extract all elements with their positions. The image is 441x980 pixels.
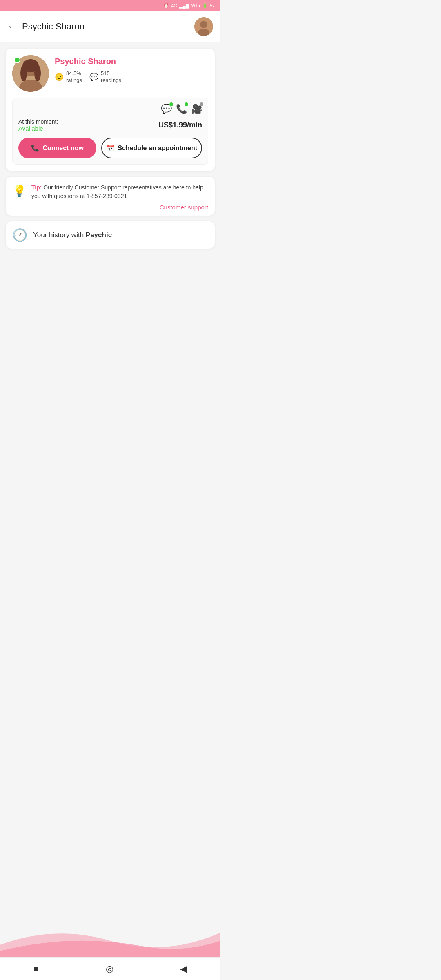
phone-connect-icon: 📞 <box>31 144 39 152</box>
history-card: 🕐 Your history with Psychic <box>6 221 215 249</box>
tip-card: 💡 Tip: Our friendly Customer Support rep… <box>6 177 215 216</box>
tip-label: Tip: <box>31 184 42 191</box>
alarm-icon: ⏰ <box>163 3 169 9</box>
readings-stat: 💬 515readings <box>89 70 121 84</box>
profile-top: Psychic Sharon 🙂 84.5%ratings 💬 515readi… <box>12 55 208 92</box>
price: US$1.99/min <box>158 121 202 129</box>
status-icons: ⏰ 4G ▂▄▆ WiFi 🔋 87 <box>163 3 215 9</box>
readings-value: 515readings <box>101 70 121 84</box>
page-title: Psychic Sharon <box>22 21 194 32</box>
action-card: 💬 📞 🎥 At this moment: Available US$1.9 <box>12 98 208 165</box>
wifi-icon: WiFi <box>191 3 200 8</box>
avatar-wrap <box>12 55 49 92</box>
video-offline-dot <box>200 102 203 106</box>
availability-status: Available <box>18 125 58 132</box>
profile-card: Psychic Sharon 🙂 84.5%ratings 💬 515readi… <box>6 49 215 171</box>
psychic-name: Psychic Sharon <box>55 57 208 66</box>
history-text: Your history with Psychic <box>33 231 112 239</box>
back-button[interactable]: ← <box>7 21 16 32</box>
tip-text: Tip: Our friendly Customer Support repre… <box>31 183 208 200</box>
online-status-dot <box>14 57 20 63</box>
history-bold: Psychic <box>86 231 112 239</box>
rating-value: 84.5%ratings <box>66 70 82 84</box>
network-type: 4G <box>171 3 177 8</box>
chat-option[interactable]: 💬 <box>161 104 172 114</box>
smiley-icon: 🙂 <box>55 73 64 82</box>
svg-point-1 <box>200 21 207 28</box>
rating-stat: 🙂 84.5%ratings <box>55 70 82 84</box>
battery-icon: 🔋 <box>202 3 208 9</box>
tip-row: 💡 Tip: Our friendly Customer Support rep… <box>12 183 208 200</box>
chat-icon: 💬 <box>89 73 98 82</box>
call-option[interactable]: 📞 <box>176 104 187 114</box>
communication-icons: 💬 📞 🎥 <box>18 104 202 114</box>
stats: 🙂 84.5%ratings 💬 515readings <box>55 70 208 84</box>
lightbulb-icon: 💡 <box>12 184 27 198</box>
video-option[interactable]: 🎥 <box>191 104 202 114</box>
header-avatar <box>194 17 213 36</box>
availability-info: At this moment: Available <box>18 118 58 132</box>
svg-point-8 <box>34 65 41 81</box>
battery-level: 87 <box>210 3 215 8</box>
schedule-button[interactable]: 📅 Schedule an appointment <box>101 138 202 158</box>
call-online-dot <box>185 102 188 106</box>
calendar-icon: 📅 <box>106 144 114 152</box>
connect-now-button[interactable]: 📞 Connect now <box>18 138 96 158</box>
history-icon: 🕐 <box>12 228 27 242</box>
main-content: Psychic Sharon 🙂 84.5%ratings 💬 515readi… <box>0 42 220 255</box>
status-bar: ⏰ 4G ▂▄▆ WiFi 🔋 87 <box>0 0 220 11</box>
chat-online-dot <box>169 102 173 106</box>
availability-row: At this moment: Available US$1.99/min <box>18 118 202 132</box>
svg-point-7 <box>20 65 27 81</box>
at-moment-label: At this moment: <box>18 118 58 125</box>
action-buttons: 📞 Connect now 📅 Schedule an appointment <box>18 138 202 158</box>
profile-info: Psychic Sharon 🙂 84.5%ratings 💬 515readi… <box>55 55 208 84</box>
header: ← Psychic Sharon <box>0 11 220 42</box>
customer-support-link[interactable]: Customer support <box>12 204 208 211</box>
signal-icon: ▂▄▆ <box>179 3 189 9</box>
